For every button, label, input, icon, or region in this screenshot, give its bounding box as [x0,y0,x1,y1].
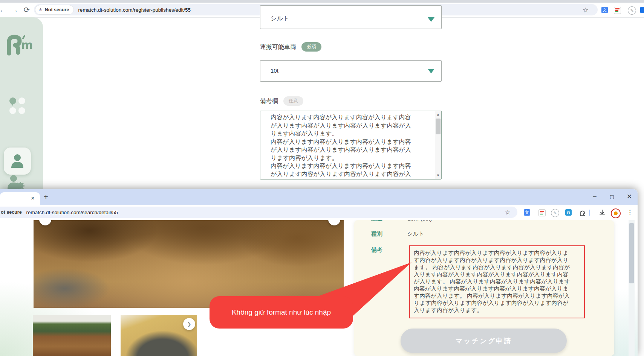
remarks-textarea[interactable]: 内容が入ります内容が入ります内容が入ります内容が入ります内容が入ります内容が入り… [260,111,442,180]
person-icon [9,153,26,169]
front-toolbar: ot secure rematch.dt-solution.com/search… [0,205,638,221]
remarks-textarea-content: 内容が入ります内容が入ります内容が入ります内容が入ります内容が入ります内容が入り… [271,113,419,176]
textarea-scrollbar[interactable]: ▲ ▼ [435,111,441,179]
page-scrollbar-thumb[interactable] [629,223,634,283]
annotation-text: Không giữ format như lúc nhập [232,308,331,316]
download-glyph [598,209,606,216]
back-icon[interactable]: ← [0,3,8,17]
translate-glyph: 文 [601,7,608,13]
rematch-logo[interactable]: m [5,34,32,57]
detail-row-volume: 土量 20m³(35t) [371,220,432,222]
pencil-extension-icon[interactable]: ✎ [628,6,636,15]
matching-apply-button[interactable]: マッチング申請 [401,329,567,353]
window-top-strip [0,0,644,3]
front-content: ❯ 土量 20m³(35t) 種別 シルト 備考 内容が入ります内容が入ります内… [0,220,638,356]
chevron-right-icon: ❯ [187,321,191,327]
security-label: ot secure [1,210,22,215]
menu-dots-icon[interactable]: ⋮ [627,208,633,216]
sidebar-item-dashboard[interactable] [9,97,26,114]
annotation-bubble: Không giữ format như lúc nhập [210,296,353,329]
textarea-scrollbar-thumb[interactable] [436,119,441,134]
chevron-down-icon [428,17,434,22]
translate-icon[interactable]: 文 [524,209,530,216]
reload-icon[interactable]: ⟳ [21,3,32,17]
notes-extension-glyph [615,8,620,12]
security-label: Not secure [45,7,69,12]
remarks-highlight-box: 内容が入ります内容が入ります内容が入ります内容が入ります内容が入ります内容が入り… [409,245,585,318]
url-text: rematch.dt-solution.com/search/detail/55 [26,210,118,215]
chevron-down-icon [428,69,434,73]
logo-m-text: m [21,38,32,52]
scroll-down-icon[interactable]: ▼ [435,172,441,179]
bookmark-star-icon[interactable]: ☆ [580,3,591,17]
url-text: rematch.dt-solution.com/register-publish… [78,7,191,13]
detail-panel: 土量 20m³(35t) 種別 シルト 備考 内容が入ります内容が入ります内容が… [354,220,614,356]
front-tabstrip: × + – ▢ ✕ [0,189,638,205]
detail-photo [34,220,344,308]
material-select-value: シルト [271,15,289,23]
page-scrollbar[interactable] [629,220,635,356]
forward-icon[interactable]: → [9,3,20,17]
clipped-extension-icon[interactable] [640,7,644,13]
toolbar-divider [589,210,590,216]
remarks-value: 内容が入ります内容が入ります内容が入ります内容が入ります内容が入ります内容が入り… [414,250,570,313]
vehicle-select-value: 10t [271,67,278,74]
volume-label: 土量 [371,220,382,222]
translate-glyph: 文 [524,209,530,216]
download-icon[interactable] [598,209,606,218]
close-button[interactable]: ✕ [622,190,637,203]
type-value: シルト [407,230,424,237]
notes-extension-icon[interactable] [538,209,546,216]
front-browser-window: × + – ▢ ✕ ot secure rematch.dt-solution.… [0,189,638,356]
pencil-extension-icon[interactable]: ✎ [551,209,559,217]
extensions-puzzle-icon[interactable] [579,209,586,218]
sidebar-item-profile-active[interactable] [4,148,31,175]
warning-icon: ⚠ [38,7,43,12]
notes-extension-icon[interactable] [614,7,621,14]
avatar-badge-icon [614,211,618,215]
bookmark-star-icon[interactable]: ☆ [505,208,511,216]
fi-extension-icon[interactable]: FI [565,209,572,216]
profile-avatar[interactable] [611,208,621,218]
vehicle-label-text: 運搬可能車両 [260,44,296,50]
type-label: 種別 [371,230,382,237]
remarks-label: 備考 [371,246,382,254]
security-chip[interactable]: ⚠ Not secure [35,5,73,14]
required-badge: 必須 [301,42,321,52]
optional-badge: 任意 [283,96,303,106]
new-tab-icon[interactable]: + [44,193,48,201]
front-url-bar[interactable]: ot secure rematch.dt-solution.com/search… [0,207,517,218]
translate-icon[interactable]: 文 [601,7,608,13]
active-tab[interactable]: × [0,192,40,205]
vehicle-select[interactable]: 10t [260,60,442,82]
volume-value: 20m³(35t) [407,220,432,222]
logo-r-icon: m [5,34,32,57]
minimize-button[interactable]: – [587,190,602,203]
puzzle-glyph [579,209,586,216]
remarks-field-label: 備考欄任意 [260,96,303,106]
tab-close-icon[interactable]: × [31,195,34,202]
thumbnail-cliff[interactable] [33,315,111,356]
material-select[interactable]: シルト [260,5,442,29]
dots-grid-icon [9,97,26,114]
notes-extension-glyph [540,211,544,215]
vehicle-field-label: 運搬可能車両必須 [260,42,321,52]
remarks-label-text: 備考欄 [260,98,278,104]
maximize-button[interactable]: ▢ [604,190,620,203]
thumbnail-next-icon[interactable]: ❯ [183,318,195,330]
remarks-textarea-text: 内容が入ります内容が入ります内容が入ります内容が入ります内容が入ります内容が入り… [271,113,413,176]
scroll-up-icon[interactable]: ▲ [435,111,441,118]
